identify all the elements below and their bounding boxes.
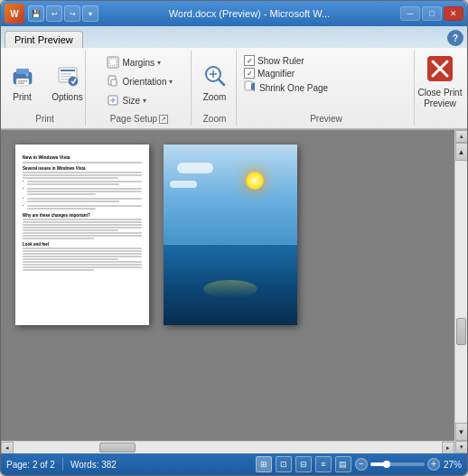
text-line: [23, 256, 142, 257]
page-setup-expand-button[interactable]: ↗: [159, 115, 168, 124]
text-line: [23, 177, 118, 179]
save-button[interactable]: 💾: [28, 5, 44, 22]
text-line: [23, 235, 142, 237]
scroll-up-button[interactable]: ▴: [455, 130, 468, 143]
scroll-thumb-h[interactable]: [99, 443, 136, 453]
text-line: [23, 258, 118, 260]
text-line: [23, 250, 142, 252]
quick-access-toolbar: 💾 ↩ ↪ ▾: [28, 5, 98, 22]
zoom-control: − +: [355, 458, 440, 471]
shrink-one-page-item[interactable]: Shrink One Page: [244, 80, 328, 95]
help-button[interactable]: ?: [447, 30, 463, 46]
ribbon-container: Print Preview ?: [1, 26, 467, 130]
size-dropdown-icon: ▾: [143, 97, 146, 105]
view-outline-button[interactable]: ≡: [315, 456, 332, 472]
minimize-button[interactable]: ─: [400, 6, 420, 21]
cloud-2: [170, 181, 197, 188]
page-setup-content: Margins ▾ Orientation ▾: [99, 51, 180, 112]
zoom-slider-thumb[interactable]: [383, 461, 390, 468]
scroll-down-button[interactable]: ▾: [455, 441, 468, 453]
text-line: [27, 201, 119, 202]
text-line: [23, 269, 94, 271]
bullet-item: •: [23, 187, 142, 196]
zoom-label: Zoom: [203, 92, 227, 102]
undo-button[interactable]: ↩: [46, 5, 62, 22]
text-line: [23, 247, 142, 249]
svg-rect-1: [16, 69, 29, 74]
svg-point-11: [69, 77, 78, 86]
app-logo: W: [5, 4, 24, 23]
vertical-scrollbar[interactable]: ▴ ▲ ▼ ▾: [454, 130, 467, 453]
close-print-preview-icon: [426, 54, 454, 86]
view-full-screen-button[interactable]: ⊡: [276, 456, 292, 472]
zoom-slider-track[interactable]: [370, 462, 425, 466]
page-setup-group-label: Page Setup ↗: [91, 112, 187, 126]
svg-rect-3: [18, 80, 27, 82]
text-line: [27, 208, 96, 210]
margins-dropdown-icon: ▾: [157, 59, 161, 67]
close-print-preview-label: Close PrintPreview: [418, 88, 463, 109]
zoom-icon: [201, 61, 229, 90]
orientation-button[interactable]: Orientation ▾: [101, 72, 178, 90]
bullet-text: [27, 180, 142, 186]
bullet-icon: •: [23, 180, 25, 186]
scroll-page-down-button[interactable]: ▼: [455, 423, 468, 441]
view-print-layout-button[interactable]: ⊞: [256, 456, 272, 472]
scroll-left-button[interactable]: ◂: [1, 442, 14, 453]
tab-print-preview[interactable]: Print Preview: [5, 31, 83, 48]
bullet-text: [27, 204, 142, 210]
status-separator-1: [62, 458, 63, 471]
view-web-layout-button[interactable]: ⊟: [295, 456, 312, 472]
page-1-subheading2: Why are these changes important?: [23, 213, 142, 218]
words-status: Words: 382: [70, 460, 117, 470]
margins-icon: [106, 55, 120, 70]
zoom-group-label: Zoom: [197, 112, 232, 126]
svg-line-20: [219, 79, 224, 85]
scroll-right-button[interactable]: ▸: [442, 442, 454, 453]
magnifier-label: Magnifier: [257, 69, 295, 79]
zoom-in-button[interactable]: +: [427, 458, 440, 471]
close-window-button[interactable]: ✕: [444, 6, 463, 21]
options-label: Options: [51, 92, 82, 102]
scroll-page-up-button[interactable]: ▲: [455, 143, 468, 161]
zoom-percent-text: 27%: [444, 460, 462, 470]
view-draft-button[interactable]: ▤: [335, 456, 351, 472]
title-bar: W 💾 ↩ ↪ ▾ Word.docx (Preview) - Microsof…: [1, 1, 467, 26]
text-line: [27, 191, 142, 192]
sky: [164, 145, 297, 253]
horizontal-scrollbar[interactable]: ◂ ▸: [1, 441, 454, 453]
magnifier-checkbox[interactable]: [244, 68, 255, 79]
window-title: Word.docx (Preview) - Microsoft W...: [98, 8, 400, 19]
text-line: [23, 264, 142, 266]
shrink-one-page-icon: [244, 80, 257, 95]
dropdown-button[interactable]: ▾: [82, 5, 98, 22]
scroll-thumb-v[interactable]: [456, 318, 466, 345]
show-ruler-checkbox-item[interactable]: Show Ruler: [244, 55, 328, 66]
svg-rect-4: [18, 82, 24, 84]
print-label: Print: [13, 92, 32, 102]
maximize-button[interactable]: □: [422, 6, 442, 21]
bullet-icon: •: [23, 204, 25, 210]
options-button[interactable]: Options: [46, 53, 89, 109]
page-status-text: Page: 2 of 2: [6, 460, 55, 470]
words-status-text: Words: 382: [70, 460, 117, 470]
scroll-track-v[interactable]: [455, 161, 467, 423]
svg-rect-7: [61, 70, 75, 71]
zoom-button[interactable]: Zoom: [193, 53, 237, 109]
zoom-out-button[interactable]: −: [355, 458, 368, 471]
show-ruler-checkbox[interactable]: [244, 55, 255, 66]
close-print-preview-button[interactable]: Close PrintPreview: [409, 53, 468, 109]
text-line: [23, 224, 142, 226]
redo-button[interactable]: ↪: [64, 5, 80, 22]
title-bar-left: W 💾 ↩ ↪ ▾: [5, 4, 98, 23]
print-button[interactable]: Print: [1, 53, 44, 109]
margins-button[interactable]: Margins ▾: [101, 53, 178, 71]
zoom-percent-status[interactable]: 27%: [444, 460, 462, 470]
magnifier-checkbox-item[interactable]: Magnifier: [244, 68, 328, 79]
scroll-track-h[interactable]: [14, 442, 442, 453]
text-line: [23, 174, 142, 176]
size-button[interactable]: Size ▾: [101, 91, 178, 109]
close-group-label: [420, 122, 460, 126]
text-line: [27, 205, 142, 207]
svg-rect-23: [245, 81, 252, 90]
